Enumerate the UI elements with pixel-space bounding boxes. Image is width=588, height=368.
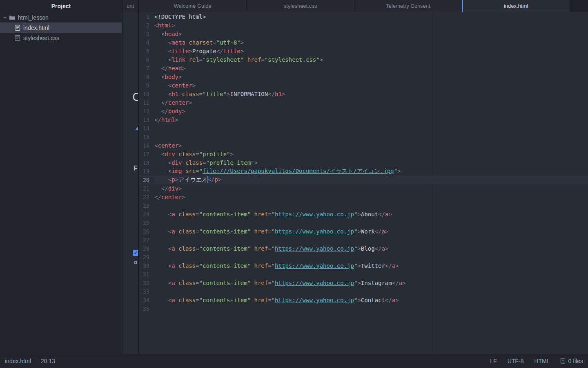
code-line[interactable]: 16<center>: [139, 141, 588, 150]
code-line[interactable]: 12 </body>: [139, 107, 588, 115]
line-number[interactable]: 12: [139, 108, 154, 114]
line-number[interactable]: 13: [139, 117, 154, 123]
line-number[interactable]: 8: [139, 74, 154, 80]
line-number[interactable]: 15: [139, 134, 154, 140]
code-line[interactable]: 25: [139, 218, 588, 227]
line-number[interactable]: 9: [139, 82, 154, 89]
code-line[interactable]: 22</center>: [139, 193, 588, 201]
code-line[interactable]: 20 <p>アイウエオ</p>: [139, 175, 588, 184]
line-number[interactable]: 33: [139, 288, 154, 295]
line-number[interactable]: 30: [139, 263, 154, 269]
line-number[interactable]: 2: [139, 22, 154, 29]
line-number[interactable]: 25: [139, 220, 154, 226]
line-number[interactable]: 14: [139, 125, 154, 132]
code-line[interactable]: 26 <a class="contents-item" href="https:…: [139, 227, 588, 236]
code-token: >: [189, 48, 192, 54]
line-number[interactable]: 19: [139, 168, 154, 175]
tab-stylesheet-css[interactable]: stylesheet.css: [247, 0, 354, 12]
line-number[interactable]: 26: [139, 228, 154, 235]
code-line[interactable]: 27: [139, 236, 588, 244]
code-line[interactable]: 18 <div class="profile-item">: [139, 158, 588, 167]
code-line[interactable]: 7 </head>: [139, 64, 588, 72]
collapsed-pane[interactable]: unt CF✓o: [122, 0, 139, 354]
code-token: "contents-item": [199, 263, 251, 269]
status-grammar[interactable]: HTML: [534, 358, 550, 364]
line-number[interactable]: 10: [139, 91, 154, 97]
code-token: "contents-item": [199, 228, 251, 235]
code-token: [154, 263, 168, 269]
status-encoding[interactable]: UTF-8: [508, 358, 524, 364]
line-number[interactable]: 11: [139, 99, 154, 106]
code-line[interactable]: 17 <div class="profile">: [139, 150, 588, 158]
line-number[interactable]: 21: [139, 185, 154, 192]
code-token: <: [168, 168, 172, 174]
line-number[interactable]: 34: [139, 297, 154, 303]
code-line[interactable]: 15: [139, 132, 588, 141]
chevron-down-icon[interactable]: [3, 16, 9, 19]
line-number[interactable]: 35: [139, 305, 154, 312]
line-number[interactable]: 31: [139, 271, 154, 278]
code-line[interactable]: 23: [139, 201, 588, 210]
code-line[interactable]: 29: [139, 253, 588, 261]
tab-index-html[interactable]: index.html: [462, 0, 570, 12]
line-number[interactable]: 3: [139, 31, 154, 37]
line-number[interactable]: 22: [139, 194, 154, 200]
code-token: [154, 228, 168, 235]
line-number[interactable]: 27: [139, 237, 154, 243]
code-line[interactable]: 2<html>: [139, 21, 588, 29]
line-number[interactable]: 18: [139, 159, 154, 166]
status-git-status[interactable]: 0 files: [560, 357, 583, 365]
tree-item-index-html[interactable]: index.html: [0, 22, 122, 33]
code-line[interactable]: 13</html>: [139, 115, 588, 124]
line-number[interactable]: 1: [139, 13, 154, 20]
line-number[interactable]: 5: [139, 48, 154, 54]
line-number[interactable]: 32: [139, 280, 154, 286]
code-line[interactable]: 1<!DOCTYPE html>: [139, 12, 588, 21]
code-line[interactable]: 3 <head>: [139, 29, 588, 38]
line-number[interactable]: 4: [139, 39, 154, 46]
line-number[interactable]: 20: [139, 177, 154, 183]
tree-item-html_lesson[interactable]: html_lesson: [0, 12, 122, 22]
status-line-ending[interactable]: LF: [490, 358, 497, 364]
code-line[interactable]: 11 </center>: [139, 98, 588, 107]
code-line[interactable]: 33: [139, 287, 588, 296]
code-line[interactable]: 5 <title>Progate</title>: [139, 47, 588, 55]
code-token: charset: [189, 39, 213, 46]
code-line[interactable]: 35: [139, 304, 588, 313]
code-line[interactable]: 21 </div>: [139, 184, 588, 193]
code-line[interactable]: 24 <a class="contents-item" href="https:…: [139, 210, 588, 218]
tab-welcome-guide[interactable]: Welcome Guide: [139, 0, 247, 12]
code-line[interactable]: 9 <center>: [139, 81, 588, 90]
line-number[interactable]: 17: [139, 151, 154, 157]
line-number[interactable]: 7: [139, 65, 154, 72]
code-token: meta: [172, 39, 185, 46]
code-line[interactable]: 32 <a class="contents-item" href="https:…: [139, 278, 588, 287]
status-cursor-position[interactable]: 20:13: [41, 358, 55, 364]
line-number[interactable]: 16: [139, 142, 154, 149]
line-number[interactable]: 24: [139, 211, 154, 218]
line-number[interactable]: 29: [139, 254, 154, 260]
code-text: <a class="contents-item" href="https://w…: [154, 245, 388, 252]
code-line[interactable]: 10 <h1 class="title">INFORMATION</h1>: [139, 90, 588, 98]
consent-checkbox-icon[interactable]: ✓: [133, 250, 139, 256]
code-line[interactable]: 4 <meta charset="utf-8">: [139, 38, 588, 47]
code-token: class: [178, 297, 196, 303]
line-number[interactable]: 6: [139, 56, 154, 63]
status-current-file[interactable]: index.html: [5, 358, 31, 364]
code-line[interactable]: 14: [139, 124, 588, 132]
code-line[interactable]: 28 <a class="contents-item" href="https:…: [139, 244, 588, 253]
code-line[interactable]: 30 <a class="contents-item" href="https:…: [139, 261, 588, 270]
tab-telemetry-consent[interactable]: Telemetry Consent: [354, 0, 462, 12]
code-line[interactable]: 31: [139, 270, 588, 278]
code-text: <!DOCTYPE html>: [154, 13, 206, 20]
code-text: <a class="contents-item" href="https://w…: [154, 280, 405, 286]
text-editor[interactable]: 1<!DOCTYPE html>2<html>3 <head>4 <meta c…: [139, 12, 588, 354]
code-line[interactable]: 34 <a class="contents-item" href="https:…: [139, 296, 588, 304]
code-line[interactable]: 8 <body>: [139, 72, 588, 81]
code-line[interactable]: 19 <img src="file:///Users/papukyulitos/…: [139, 167, 588, 175]
line-number[interactable]: 28: [139, 245, 154, 252]
code-line[interactable]: 6 <link rel="stylesheet" href="styleshee…: [139, 55, 588, 64]
tab-untitled[interactable]: unt: [122, 0, 138, 12]
tree-item-stylesheet-css[interactable]: stylesheet.css: [0, 33, 122, 43]
line-number[interactable]: 23: [139, 202, 154, 209]
